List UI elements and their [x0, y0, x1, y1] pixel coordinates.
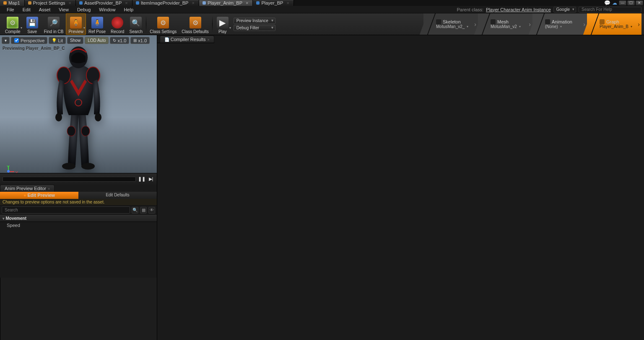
svg-point-6	[95, 113, 101, 121]
debug-filter-label: Debug Filter	[234, 25, 275, 31]
gear-icon: ⚙	[190, 17, 201, 28]
find-in-cb-button[interactable]: 🔎Find in CB	[42, 13, 66, 35]
cat-movement[interactable]: Movement	[0, 215, 157, 222]
details-panel: Movement Speed	[0, 215, 157, 278]
compiler-results-tab[interactable]: 📄 Compiler Results×	[160, 36, 214, 43]
edit-preview-tab[interactable]: ● Edit Preview	[0, 192, 78, 199]
parent-class-label: Parent class:	[457, 7, 483, 12]
title-tab[interactable]: Player_BP×	[253, 0, 293, 6]
title-tab[interactable]: ItemImageProvider_BP×	[132, 0, 199, 6]
menu-asset[interactable]: Asset	[35, 7, 55, 12]
class-settings-button[interactable]: ⚙Class Settings	[147, 13, 179, 35]
grid-icon[interactable]: ▦	[140, 207, 147, 214]
debug-filter-group: Preview Instance Debug Filter	[234, 13, 275, 35]
close-icon[interactable]: ×	[48, 187, 50, 191]
menu-view[interactable]: View	[55, 7, 73, 12]
compile-icon: ⚙	[7, 17, 18, 28]
pause-button[interactable]: ❚❚	[138, 175, 145, 183]
menu-bar: File Edit Asset View Debug Window Help P…	[0, 6, 644, 13]
svg-point-8	[67, 126, 75, 136]
details-search-input[interactable]	[2, 206, 130, 214]
preview-button[interactable]: 🧍Preview	[66, 13, 86, 35]
compiler-panel: 📄 Compiler Results×	[157, 35, 214, 80]
ref-pose-button[interactable]: 🧍Ref Pose	[86, 13, 108, 35]
close-icon[interactable]: ×	[192, 0, 194, 5]
vp-options-button[interactable]: ▾	[2, 37, 10, 44]
title-tab-map[interactable]: Map1	[0, 0, 25, 6]
chain-animation[interactable]: Animation(None)›	[532, 13, 587, 35]
svg-point-4	[86, 67, 100, 84]
title-tab[interactable]: Project Settings×	[25, 0, 76, 6]
label-speed: Speed	[7, 223, 53, 228]
svg-point-1	[81, 163, 95, 170]
preview-icon: 🧍	[70, 17, 82, 28]
record-button[interactable]: Record	[108, 13, 127, 35]
play-button[interactable]: ▶Play	[213, 13, 232, 35]
close-icon[interactable]: ×	[125, 0, 127, 5]
svg-point-0	[62, 163, 75, 170]
eye-icon[interactable]: 👁	[148, 207, 155, 214]
compile-button[interactable]: ⚙Compile	[3, 13, 23, 35]
preview-viewport[interactable]: ▾ Perspective 💡Lit Show LOD Auto ↻x1.0 ⊞…	[0, 35, 157, 185]
messages-icon[interactable]: 💬	[604, 0, 610, 5]
minimize-button[interactable]: —	[619, 0, 626, 5]
menu-debug[interactable]: Debug	[73, 7, 95, 12]
menu-file[interactable]: File	[3, 7, 18, 12]
preview-instance-combo[interactable]: Preview Instance	[234, 18, 275, 24]
maximize-button[interactable]: ☐	[627, 0, 635, 5]
main-toolbar: ⚙Compile 💾Save 🔎Find in CB 🧍Preview 🧍Ref…	[0, 13, 644, 35]
search-icon[interactable]: 🔍	[132, 207, 138, 214]
play-icon: ▶	[217, 17, 229, 28]
record-icon	[112, 17, 123, 28]
vp-speed-b[interactable]: ⊞x1.0	[130, 37, 150, 44]
parent-class-link[interactable]: Player Character Anim Instance	[486, 7, 551, 12]
close-icon[interactable]: ×	[286, 0, 289, 5]
gear-icon: ⚙	[157, 17, 169, 28]
chain-skeleton[interactable]: SkeletonMotusMan_v2_›	[423, 13, 478, 35]
viewport-timeline[interactable]: ❚❚ ▶|	[0, 173, 157, 185]
close-icon[interactable]: ×	[69, 0, 71, 5]
close-icon[interactable]: ×	[208, 38, 210, 42]
preview-mode-row: ● Edit Preview Edit Defaults	[0, 192, 157, 199]
search-icon: 🔍	[130, 17, 142, 28]
bottom-right-panel	[0, 278, 157, 340]
chain-mesh[interactable]: MeshMotusMan_v2›	[478, 13, 532, 35]
save-icon: 💾	[26, 17, 38, 28]
step-button[interactable]: ▶|	[148, 175, 154, 183]
source-control-icon[interactable]: ☁	[611, 0, 618, 5]
close-icon[interactable]: ×	[246, 0, 248, 5]
chain-graph[interactable]: GraphPlayer_Anim_B›	[587, 13, 641, 35]
timeline-track[interactable]	[3, 177, 136, 182]
refpose-icon: 🧍	[91, 17, 103, 28]
close-button[interactable]: ✕	[636, 0, 643, 5]
editor-mode-chain: SkeletonMotusMan_v2_› MeshMotusMan_v2› A…	[423, 13, 641, 35]
window-controls: 💬 ☁ — ☐ ✕	[604, 0, 644, 6]
edit-defaults-tab[interactable]: Edit Defaults	[78, 192, 157, 199]
animation-icon	[545, 19, 550, 24]
mesh-icon	[491, 19, 496, 24]
character-preview	[39, 40, 118, 174]
menu-window[interactable]: Window	[95, 7, 119, 12]
anim-preview-editor-tab[interactable]: Anim Preview Editor×	[0, 185, 55, 192]
title-tab-bar: Map1 Project Settings× AssetProvider_BP×…	[0, 0, 644, 6]
skeleton-icon	[436, 19, 441, 24]
svg-point-3	[57, 67, 70, 84]
menu-edit[interactable]: Edit	[18, 7, 35, 12]
help-search-input[interactable]	[579, 7, 641, 13]
title-tab-active[interactable]: Player_Anim_BP×	[199, 0, 253, 6]
svg-point-9	[81, 126, 90, 136]
save-button[interactable]: 💾Save	[23, 13, 42, 35]
class-defaults-button[interactable]: ⚙Class Defaults	[179, 13, 211, 35]
search-engine-combo[interactable]: Google	[553, 7, 576, 13]
preview-warning: Changes to preview options are not saved…	[0, 199, 157, 206]
find-icon: 🔎	[48, 17, 60, 28]
graph-icon	[600, 19, 605, 24]
svg-point-5	[55, 113, 62, 121]
title-tab[interactable]: AssetProvider_BP×	[76, 0, 132, 6]
menu-help[interactable]: Help	[119, 7, 138, 12]
search-button[interactable]: 🔍Search	[127, 13, 145, 35]
